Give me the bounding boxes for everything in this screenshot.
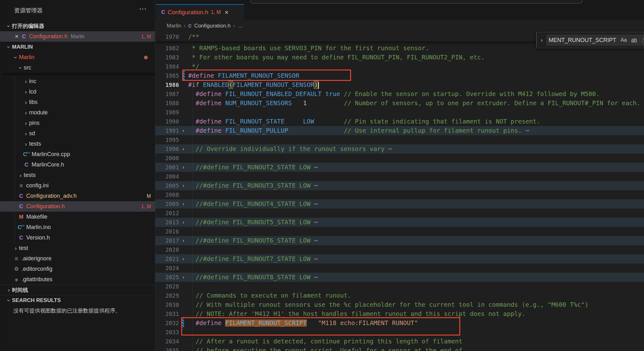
code-line-2012[interactable]: 2012 [155, 209, 644, 218]
regex-button[interactable]: .* [641, 37, 644, 43]
breadcrumb-folder[interactable]: Marlin [167, 23, 181, 29]
code-line-2009[interactable]: 2009› //#define FIL_RUNOUT4_STATE LOW⋯ [155, 199, 644, 209]
line-number[interactable]: 2028 [155, 282, 179, 291]
line-number[interactable]: 2009 [155, 199, 179, 209]
tree-item-src[interactable]: src [0, 63, 155, 73]
tree-item-sd[interactable]: sd [0, 128, 155, 139]
tree-item-test[interactable]: test [0, 243, 155, 253]
line-number[interactable]: 2016 [155, 227, 179, 236]
line-number[interactable]: 2008 [155, 190, 179, 199]
line-number[interactable]: 2000 [155, 154, 179, 163]
tree-item-Marlin[interactable]: Marlin [0, 52, 155, 63]
fold-chevron-icon[interactable]: › [182, 163, 188, 172]
code-line-1987[interactable]: 1987 #define FIL_RUNOUT_ENABLED_DEFAULT … [155, 89, 644, 99]
code-line-2005[interactable]: 2005› //#define FIL_RUNOUT3_STATE LOW⋯ [155, 181, 644, 190]
line-number[interactable]: 2020 [155, 245, 179, 254]
code-line-2000[interactable]: 2000 [155, 154, 644, 163]
line-number[interactable]: 2032 [155, 318, 179, 328]
line-number[interactable]: 1982 [155, 44, 179, 53]
line-number[interactable]: 1990 [155, 117, 179, 126]
line-number[interactable]: 1996 [155, 144, 179, 154]
code-line-2016[interactable]: 2016 [155, 227, 644, 236]
tree-item-Configuration.h[interactable]: ✕CConfiguration.hMarlin1, M [0, 31, 155, 42]
section-MARLIN[interactable]: MARLIN [0, 42, 155, 52]
code-line-2017[interactable]: 2017› //#define FIL_RUNOUT6_STATE LOW⋯ [155, 236, 644, 245]
code-line-1991[interactable]: 1991› #define FIL_RUNOUT_PULLUP // Use i… [155, 126, 644, 135]
fold-chevron-icon[interactable]: › [182, 181, 188, 190]
tree-item-module[interactable]: module [0, 107, 155, 118]
fold-chevron-icon[interactable]: › [182, 254, 188, 263]
line-number[interactable]: 2013 [155, 218, 179, 227]
tree-item-.gitattributes[interactable]: ◈.gitattributes [0, 274, 155, 285]
line-number[interactable]: 1987 [155, 89, 179, 99]
tree-item-.editorconfig[interactable]: ⚙.editorconfig [0, 264, 155, 274]
tree-item-config.ini[interactable]: ≡config.ini [0, 180, 155, 191]
tree-item-.aiderignore[interactable]: ≡.aiderignore [0, 253, 155, 264]
line-number[interactable]: 1985 [155, 71, 179, 80]
fold-chevron-icon[interactable]: › [182, 218, 188, 227]
tree-item-Version.h[interactable]: CVersion.h [0, 233, 155, 243]
line-number[interactable]: 2012 [155, 209, 179, 218]
line-number[interactable]: 2024 [155, 263, 179, 273]
tree-item-MarlinCore.h[interactable]: CMarlinCore.h [0, 160, 155, 170]
code-line-2013[interactable]: 2013› //#define FIL_RUNOUT5_STATE LOW⋯ [155, 218, 644, 227]
line-number[interactable]: 1995 [155, 135, 179, 144]
code-line-1983[interactable]: 1983 * For other boards you may need to … [155, 53, 644, 62]
tree-item-tests[interactable]: tests [0, 139, 155, 149]
line-number[interactable]: 1983 [155, 53, 179, 62]
code-line-1996[interactable]: 1996› // Override individually if the ru… [155, 144, 644, 154]
code-line-2008[interactable]: 2008 [155, 190, 644, 199]
line-number[interactable]: 2029 [155, 291, 179, 300]
section-SEARCH RESULTS[interactable]: SEARCH RESULTS [0, 295, 155, 306]
code-line-1986[interactable]: 1986#if ENABLED(FILAMENT_RUNOUT_SENSOR) [155, 80, 644, 89]
find-input[interactable]: MENT_RUNOUT_SCRIPT Aa ab .* [546, 35, 644, 45]
toggle-replace-icon[interactable]: › [537, 37, 546, 44]
code-line-2021[interactable]: 2021› //#define FIL_RUNOUT7_STATE LOW⋯ [155, 254, 644, 263]
fold-chevron-icon[interactable]: › [182, 126, 188, 135]
line-number[interactable]: 1989 [155, 108, 179, 117]
line-number[interactable]: 2034 [155, 337, 179, 346]
tree-item-pins[interactable]: pins [0, 118, 155, 128]
line-number[interactable]: 1970 [155, 32, 179, 41]
code-line-2029[interactable]: 2029 // Commands to execute on filament … [155, 291, 644, 300]
line-number[interactable]: 2033 [155, 328, 179, 337]
tree-item-Configuration.h[interactable]: CConfiguration.h1, M [0, 201, 155, 212]
fold-chevron-icon[interactable]: › [182, 199, 188, 209]
line-number[interactable]: 2025 [155, 273, 179, 282]
code-line-2035[interactable]: 2035 // before executing the runout scri… [155, 346, 644, 351]
fold-chevron-icon[interactable]: › [182, 144, 188, 154]
code-line-1989[interactable]: 1989 [155, 108, 644, 117]
code-line-1990[interactable]: 1990 #define FIL_RUNOUT_STATE LOW // Pin… [155, 117, 644, 126]
tree-item-MarlinCore.cpp[interactable]: C++MarlinCore.cpp [0, 149, 155, 160]
code-line-2030[interactable]: 2030 // With multiple runout sensors use… [155, 300, 644, 309]
line-number[interactable]: 2017 [155, 236, 179, 245]
line-number[interactable]: 2030 [155, 300, 179, 309]
code-line-2034[interactable]: 2034 // After a runout is detected, cont… [155, 337, 644, 346]
breadcrumb-symbol[interactable]: … [237, 23, 243, 29]
match-case-button[interactable]: Aa [621, 37, 627, 43]
line-number[interactable]: 2004 [155, 172, 179, 181]
line-number[interactable]: 2005 [155, 181, 179, 190]
tree-item-Makefile[interactable]: MMakefile [0, 212, 155, 222]
tree-item-Marlin.ino[interactable]: C++Marlin.ino [0, 222, 155, 233]
line-number[interactable]: 1991 [155, 126, 179, 135]
code-line-2028[interactable]: 2028 [155, 282, 644, 291]
line-number[interactable]: 2001 [155, 163, 179, 172]
tree-item-Configuration_adv.h[interactable]: CConfiguration_adv.hM [0, 191, 155, 201]
fold-chevron-icon[interactable]: › [182, 236, 188, 245]
tree-item-tests[interactable]: tests [0, 170, 155, 180]
code-line-1995[interactable]: 1995 [155, 135, 644, 144]
fold-chevron-icon[interactable]: › [182, 273, 188, 282]
tree-item-inc[interactable]: inc [0, 76, 155, 87]
tab-configuration-h[interactable]: C Configuration.h 1, M ✕ [156, 4, 244, 20]
code-line-2024[interactable]: 2024 [155, 263, 644, 273]
close-icon[interactable]: ✕ [13, 33, 20, 39]
section-时间线[interactable]: 时间线 [0, 285, 155, 295]
section-打开的编辑器[interactable]: 打开的编辑器 [0, 21, 155, 31]
code-line-2001[interactable]: 2001› //#define FIL_RUNOUT2_STATE LOW⋯ [155, 163, 644, 172]
line-number[interactable]: 1984 [155, 62, 179, 71]
code-line-1988[interactable]: 1988 #define NUM_RUNOUT_SENSORS 1 // Num… [155, 99, 644, 108]
breadcrumb-file[interactable]: Configuration.h [194, 23, 230, 29]
line-number[interactable]: 2021 [155, 254, 179, 263]
line-number[interactable]: 2031 [155, 309, 179, 318]
